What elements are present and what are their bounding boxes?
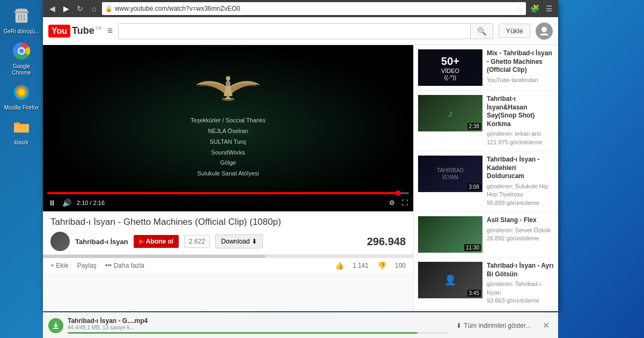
extensions-button[interactable]: 🧩 — [528, 3, 541, 14]
sidebar-title-2: Tahribat-ı İsyan&Hasan Say(Snop Shot) Ko… — [487, 95, 554, 128]
sidebar-duration-4: 11:30 — [464, 244, 481, 251]
svg-point-11 — [19, 49, 24, 53]
progress-bar[interactable] — [47, 192, 409, 194]
youtube-upload-button[interactable]: Yükle — [499, 24, 530, 38]
video-section: Teşekkürler / Soccial Thanks NEJLA Öselr… — [43, 45, 413, 311]
svg-rect-15 — [14, 125, 29, 133]
address-bar-input[interactable] — [115, 5, 514, 12]
download-file-info: Tahribad-ı İsyan - G....mp4 44,4/48,1 MB… — [68, 317, 448, 334]
recycle-bin-icon — [11, 5, 32, 27]
youtube-locale: TR — [96, 26, 102, 31]
subscribe-icon: ▶ — [139, 238, 144, 245]
home-button[interactable]: ⌂ — [88, 3, 100, 14]
svg-rect-6 — [18, 9, 25, 10]
download-icon: ⬇ — [252, 238, 257, 245]
video-title: Tahribad-ı İsyan - Ghetto Machines (Offi… — [50, 217, 406, 227]
video-scrollbar[interactable] — [43, 255, 413, 258]
video-player[interactable]: Teşekkürler / Soccial Thanks NEJLA Öselr… — [43, 45, 413, 211]
sidebar-meta-3a: gönderen: Sulukule Hip Hop Tiyatrosu — [487, 182, 554, 199]
desktop-icon-folder[interactable]: klasör — [3, 116, 40, 146]
sidebar-item-5[interactable]: 👤 3:45 Tahribad-ı İsyan - Ayrı Bi Götsün… — [414, 258, 558, 310]
sidebar-info-3: Tahribad-ı İsyan - Kadehleri Doldurucam … — [487, 156, 554, 207]
volume-button[interactable]: 🔊 — [61, 197, 72, 208]
sidebar-meta-5a: gönderen: Tahribad-ı İsyan — [487, 280, 554, 297]
refresh-button[interactable]: ↻ — [74, 3, 86, 14]
sidebar-duration-2: 2:38 — [467, 123, 481, 130]
play-pause-button[interactable]: ⏸ — [47, 197, 57, 208]
show-all-label: Tüm indirimleri göster... — [464, 322, 531, 329]
sidebar-thumb-5: 👤 3:45 — [418, 262, 482, 298]
back-button[interactable]: ◀ — [46, 3, 58, 14]
sidebar-title-1: Mix - Tahribad-ı İsyan - Ghetto Machines… — [487, 49, 554, 75]
sidebar-thumb-2: ♪ 2:38 — [418, 95, 482, 131]
settings-button[interactable]: ☰ — [544, 3, 555, 14]
desktop-icon-chrome[interactable]: Google Chrome — [3, 40, 40, 76]
subscribe-button[interactable]: ▶ Abone ol — [134, 235, 179, 248]
like-icon: 👍 — [335, 261, 344, 270]
sidebar-info-1: Mix - Tahribad-ı İsyan - Ghetto Machines… — [487, 49, 554, 86]
close-download-bar-button[interactable]: ✕ — [539, 319, 553, 332]
forward-button[interactable]: ▶ — [60, 3, 72, 14]
dislike-icon: 👎 — [377, 261, 386, 270]
download-progress-fill — [68, 332, 418, 334]
sidebar-thumb-4: 11:30 — [418, 216, 482, 253]
show-all-icon: ⬇ — [456, 322, 462, 329]
download-button[interactable]: Download ⬇ — [215, 234, 263, 248]
bookmark-button[interactable]: ☆ — [516, 4, 523, 13]
download-progress-bar — [68, 332, 448, 334]
view-count: 296.948 — [367, 236, 406, 248]
video-background: Teşekkürler / Soccial Thanks NEJLA Öselr… — [43, 45, 413, 211]
svg-point-20 — [222, 98, 235, 101]
download-file-progress: 44,4/48,1 MB, 13 saniye k... — [68, 325, 448, 330]
sidebar-meta-2b: 121.975 görüntüleme — [487, 138, 554, 146]
youtube-search-button[interactable]: 🔍 — [470, 24, 493, 39]
recycle-bin-label: GeRi dönüşü... — [4, 28, 40, 35]
youtube-search-input[interactable] — [119, 24, 470, 39]
settings-button[interactable]: ⚙ — [388, 198, 396, 208]
chrome-label: Google Chrome — [3, 63, 40, 76]
sidebar-title-3: Tahribad-ı İsyan - Kadehleri Doldurucam — [487, 156, 554, 181]
sidebar-title-4: Asil Slang - Flex — [487, 216, 554, 225]
sidebar-item-2[interactable]: ♪ 2:38 Tahribat-ı İsyan&Hasan Say(Snop S… — [414, 91, 558, 151]
sidebar-item-3[interactable]: TAHRIBADİSYAN 3:08 Tahribad-ı İsyan - Ka… — [414, 151, 558, 212]
video-meta-row: Tahribad-ı İsyan ▶ Abone ol 2.622 Downlo… — [50, 232, 406, 251]
desktop-icons-panel: GeRi dönüşü... Google Chrome — [0, 0, 43, 338]
youtube-user-icon[interactable] — [536, 23, 553, 40]
sidebar-thumb-3: TAHRIBADİSYAN 3:08 — [418, 156, 482, 192]
youtube-logo[interactable]: You Tube TR — [48, 25, 102, 38]
sidebar-meta-1: YouTube tarafından — [487, 76, 554, 84]
fullscreen-button[interactable]: ⛶ — [400, 198, 409, 208]
add-button[interactable]: + Ekle — [50, 262, 69, 269]
download-bar: Tahribad-ı İsyan - G....mp4 44,4/48,1 MB… — [43, 312, 558, 338]
youtube-search-container: 🔍 — [118, 23, 493, 39]
lock-icon: 🔒 — [105, 5, 113, 12]
video-controls: ⏸ 🔊 2:10 / 2:16 ⚙ ⛶ — [43, 190, 413, 211]
youtube-menu-icon[interactable]: ≡ — [107, 25, 113, 36]
subscriber-count: 2.622 — [184, 235, 210, 248]
video-info: Tahribad-ı İsyan - Ghetto Machines (Offi… — [43, 211, 413, 255]
channel-thumbnail[interactable] — [50, 232, 70, 251]
svg-point-14 — [18, 89, 25, 95]
content-area: Teşekkürler / Soccial Thanks NEJLA Öselr… — [43, 45, 558, 311]
folder-icon — [11, 116, 32, 138]
channel-thumb-inner — [50, 232, 70, 251]
sidebar-info-5: Tahribad-ı İsyan - Ayrı Bi Götsün gönder… — [487, 262, 554, 305]
playlist-icon-1: ((-*)) — [444, 74, 457, 80]
playlist-label-1: VİDEO — [441, 68, 459, 74]
sidebar-thumb-1: 50+ VİDEO ((-*)) — [418, 49, 482, 86]
sidebar-item-1[interactable]: 50+ VİDEO ((-*)) Mix - Tahribad-ı İsyan … — [414, 45, 558, 91]
sidebar-item-6[interactable]: 🎵 5:57 Tahribad-ı İsyan & Testici Home &… — [414, 310, 558, 311]
share-button[interactable]: Paylaş — [77, 262, 97, 269]
subscribe-label: Abone ol — [146, 238, 173, 245]
svg-point-16 — [541, 27, 547, 32]
download-file-name: Tahribad-ı İsyan - G....mp4 — [68, 317, 448, 325]
more-button[interactable]: ••• Daha fazla — [105, 262, 144, 269]
video-logo — [191, 67, 266, 109]
like-count: 1.141 — [353, 262, 369, 269]
sidebar-meta-5b: 93.663 görüntüleme — [487, 297, 554, 305]
sidebar-item-4[interactable]: 11:30 Asil Slang - Flex gönderen: Servet… — [414, 212, 558, 258]
desktop-icon-recycle-bin[interactable]: GeRi dönüşü... — [3, 5, 40, 35]
show-all-downloads[interactable]: ⬇ Tüm indirimleri göster... — [452, 320, 535, 332]
browser-actions: 🧩 ☰ — [528, 3, 555, 14]
desktop-icon-firefox[interactable]: Mozilla Firefox — [3, 82, 40, 111]
